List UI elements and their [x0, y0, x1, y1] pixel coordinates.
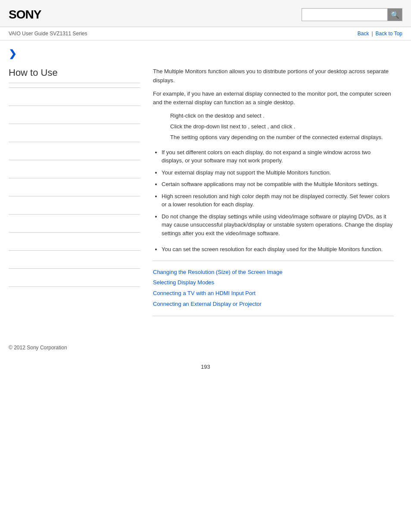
guide-title: VAIO User Guide SVZ1311 Series — [9, 31, 87, 37]
sidebar-item-9[interactable] — [9, 232, 140, 246]
back-to-top-link[interactable]: Back to Top — [376, 31, 402, 37]
sidebar-item-4[interactable] — [9, 142, 140, 156]
sidebar-item-8[interactable] — [9, 214, 140, 228]
sub-header: VAIO User Guide SVZ1311 Series Back | Ba… — [0, 27, 411, 40]
sidebar-item-11[interactable] — [9, 268, 140, 282]
content-area: The Multiple Monitors function allows yo… — [140, 63, 402, 332]
related-link-1[interactable]: Changing the Resolution (Size) of the Sc… — [153, 268, 394, 277]
step-2-text: Click the drop-down list next to , selec… — [170, 123, 266, 130]
search-button[interactable]: 🔍 — [388, 8, 402, 21]
sidebar-item-1[interactable] — [9, 87, 140, 101]
sidebar-title: How to Use — [9, 67, 140, 78]
chevron-right-icon[interactable]: ❯ — [9, 48, 16, 59]
sidebar-item-7[interactable] — [9, 196, 140, 210]
related-links: Changing the Resolution (Size) of the Sc… — [153, 268, 394, 309]
step-3: The setting options vary depending on th… — [170, 133, 394, 142]
note-item-5: Do not change the display settings while… — [162, 212, 394, 238]
sidebar-item-6[interactable] — [9, 178, 140, 192]
intro-paragraph-1: The Multiple Monitors function allows yo… — [153, 67, 394, 85]
copyright: © 2012 Sony Corporation — [9, 345, 67, 351]
chevron-section: ❯ — [0, 40, 411, 63]
footer: © 2012 Sony Corporation — [0, 332, 411, 355]
main-layout: How to Use The Multiple Monitors functio… — [0, 63, 411, 332]
notes-list: If you set different colors on each disp… — [162, 148, 394, 238]
sidebar-item-10[interactable] — [9, 250, 140, 264]
section-divider-bottom — [153, 316, 394, 316]
search-icon: 🔍 — [391, 11, 399, 19]
note-item-2: Your external display may not support th… — [162, 168, 394, 177]
search-input[interactable] — [302, 8, 388, 21]
step-2: Click the drop-down list next to , selec… — [170, 122, 394, 131]
related-link-3[interactable]: Connecting a TV with an HDMI Input Port — [153, 289, 394, 298]
page-number: 193 — [0, 355, 411, 379]
sidebar-item-5[interactable] — [9, 160, 140, 174]
notes-section: If you set different colors on each disp… — [153, 148, 394, 238]
section-divider-top — [153, 261, 394, 261]
page-header: SONY 🔍 — [0, 0, 411, 27]
hints-list: You can set the screen resolution for ea… — [162, 245, 394, 254]
sony-logo: SONY — [9, 8, 41, 22]
note-item-4: High screen resolution and high color de… — [162, 192, 394, 209]
sidebar-item-12[interactable] — [9, 286, 140, 300]
sidebar-divider-0 — [9, 83, 140, 83]
search-box: 🔍 — [302, 8, 402, 21]
sidebar-item-2[interactable] — [9, 106, 140, 119]
note-item-3: Certain software applications may not be… — [162, 180, 394, 189]
hint-item-1: You can set the screen resolution for ea… — [162, 245, 394, 254]
step-2-end: , and click . — [267, 123, 295, 130]
sidebar: How to Use — [9, 63, 140, 332]
nav-links: Back | Back to Top — [358, 31, 402, 37]
note-item-1: If you set different colors on each disp… — [162, 148, 394, 165]
back-link[interactable]: Back — [358, 31, 369, 37]
step-1: Right-click on the desktop and select . — [170, 112, 394, 121]
nav-separator: | — [371, 31, 373, 37]
intro-paragraph-2: For example, if you have an external dis… — [153, 90, 394, 108]
sidebar-item-3[interactable] — [9, 124, 140, 137]
related-link-4[interactable]: Connecting an External Display or Projec… — [153, 300, 394, 309]
hints-section: You can set the screen resolution for ea… — [153, 245, 394, 254]
related-link-2[interactable]: Selecting Display Modes — [153, 278, 394, 287]
